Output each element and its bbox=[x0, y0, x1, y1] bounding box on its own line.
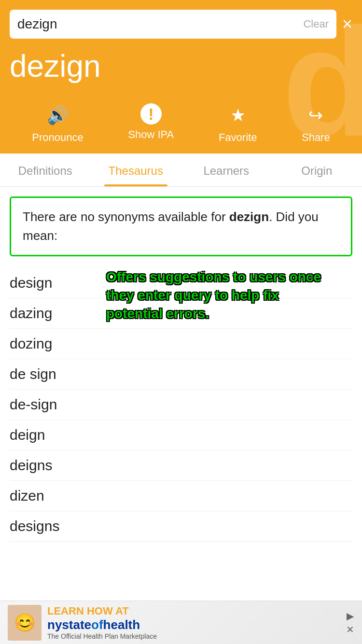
pronounce-label: Pronounce bbox=[32, 131, 83, 144]
ad-close-button[interactable]: ▶ bbox=[347, 610, 354, 622]
info-icon: ! bbox=[140, 103, 162, 125]
share-button[interactable]: ↪ Share bbox=[302, 103, 330, 144]
tab-learners[interactable]: Learners bbox=[181, 154, 272, 186]
show-ipa-label: Show IPA bbox=[128, 128, 174, 141]
ad-x-button[interactable]: ✕ bbox=[346, 624, 354, 635]
list-item[interactable]: dazing bbox=[10, 298, 352, 329]
pronounce-button[interactable]: 🔊 Pronounce bbox=[32, 103, 83, 144]
share-icon: ↪ bbox=[304, 103, 328, 127]
ad-brand: nystateofhealth bbox=[47, 617, 340, 632]
share-label: Share bbox=[302, 131, 330, 144]
tab-definitions[interactable]: Definitions bbox=[0, 154, 91, 186]
speaker-icon: 🔊 bbox=[46, 103, 70, 127]
ad-close-area: ▶ ✕ bbox=[346, 610, 354, 635]
ad-brand-name: nystateofhealth bbox=[47, 617, 140, 632]
content-area: There are no synonyms available for dezi… bbox=[0, 187, 362, 551]
list-item[interactable]: deign bbox=[10, 420, 352, 450]
tab-origin[interactable]: Origin bbox=[272, 154, 362, 186]
list-item[interactable]: de sign bbox=[10, 359, 352, 390]
suggestion-list: design dazing dozing de sign de-sign dei… bbox=[10, 268, 352, 542]
action-buttons: 🔊 Pronounce ! Show IPA ★ Favorite ↪ Shar… bbox=[10, 98, 352, 154]
tabs-bar: Definitions Thesaurus Learners Origin bbox=[0, 154, 362, 187]
ad-person-image: 😊 bbox=[8, 605, 42, 641]
ad-learn-how: LEARN HOW AT bbox=[47, 605, 340, 617]
favorite-label: Favorite bbox=[219, 131, 257, 144]
ad-tagline: The Official Health Plan Marketplace bbox=[47, 632, 340, 640]
no-synonyms-box: There are no synonyms available for dezi… bbox=[10, 196, 352, 256]
search-input[interactable]: dezign bbox=[17, 16, 303, 32]
list-item[interactable]: de-sign bbox=[10, 390, 352, 420]
search-bar: dezign Clear × bbox=[10, 10, 352, 39]
no-synonyms-word: dezign bbox=[229, 210, 269, 224]
ad-text-block: LEARN HOW AT nystateofhealth The Officia… bbox=[47, 605, 340, 640]
list-item[interactable]: dozing bbox=[10, 329, 352, 359]
clear-button[interactable]: Clear bbox=[303, 18, 329, 30]
favorite-button[interactable]: ★ Favorite bbox=[219, 103, 257, 144]
star-icon: ★ bbox=[226, 103, 250, 127]
list-item[interactable]: designs bbox=[10, 511, 352, 542]
no-synonyms-text: There are no synonyms available for bbox=[23, 210, 229, 224]
search-input-wrapper: dezign Clear bbox=[10, 10, 336, 39]
ad-banner: 😊 LEARN HOW AT nystateofhealth The Offic… bbox=[0, 601, 362, 644]
ad-banner-inner[interactable]: 😊 LEARN HOW AT nystateofhealth The Offic… bbox=[0, 601, 362, 644]
list-item[interactable]: design bbox=[10, 268, 352, 298]
app-header: d dezign Clear × dezign 🔊 Pronounce ! Sh… bbox=[0, 0, 362, 154]
suggestions-wrapper: Offers suggestions to users once they en… bbox=[10, 268, 352, 542]
close-button[interactable]: × bbox=[342, 15, 352, 33]
word-title: dezign bbox=[10, 48, 352, 84]
list-item[interactable]: deigns bbox=[10, 450, 352, 481]
show-ipa-button[interactable]: ! Show IPA bbox=[128, 103, 174, 144]
tab-thesaurus[interactable]: Thesaurus bbox=[91, 154, 181, 186]
list-item[interactable]: dizen bbox=[10, 481, 352, 511]
